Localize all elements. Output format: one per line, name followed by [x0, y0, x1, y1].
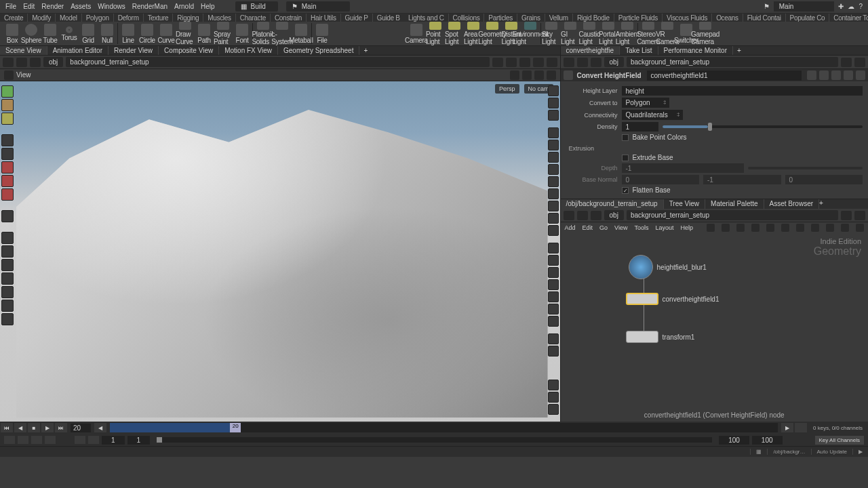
tool-gamepadcam[interactable]: Gamepad Camera — [696, 22, 715, 45]
r15-icon[interactable] — [548, 304, 559, 314]
tab-sceneview[interactable]: Scene View — [0, 46, 47, 55]
multi-tool-icon[interactable] — [1, 272, 14, 285]
r19-icon[interactable] — [548, 380, 559, 390]
tool-line[interactable]: Line — [119, 22, 138, 45]
red1-tool-icon[interactable] — [1, 161, 14, 174]
shelf-tab[interactable]: Deform — [114, 14, 144, 22]
r18-icon[interactable] — [548, 346, 559, 357]
point-tool-icon[interactable] — [1, 245, 14, 258]
r20-icon[interactable] — [548, 392, 559, 403]
tool-ambientlight[interactable]: Ambient Light — [618, 22, 637, 45]
shelf-tab[interactable]: Rigid Bodie — [573, 14, 614, 22]
node-convertheightfield[interactable]: convertheightfield1 — [626, 293, 719, 305]
node-heightfield-blur[interactable]: heightfield_blur1 — [629, 255, 707, 279]
net-menu-edit[interactable]: Edit — [583, 224, 593, 231]
net-menu-add[interactable]: Add — [565, 224, 576, 231]
r9-icon[interactable] — [548, 225, 559, 236]
shelf-tab[interactable]: Vellum — [545, 14, 573, 22]
tool-font[interactable]: Font — [233, 22, 252, 45]
menu-renderman[interactable]: RenderMan — [132, 3, 167, 10]
shelf-tab[interactable]: Texture — [144, 14, 174, 22]
play-prev-icon[interactable]: ◀ — [14, 423, 26, 432]
handle-icon[interactable] — [510, 70, 519, 80]
net-tab-treeview[interactable]: Tree View — [664, 199, 705, 209]
tool-camera[interactable]: Camera — [407, 22, 426, 45]
viewport-3d[interactable]: Persp No cam — [0, 81, 560, 422]
tool-pointlight[interactable]: Point Light — [426, 22, 445, 45]
play-last-icon[interactable]: ⏭ — [55, 423, 67, 432]
desktop-selector[interactable]: ▦Build — [235, 1, 278, 12]
node-transform[interactable]: transform1 — [626, 331, 695, 343]
tool-null[interactable]: Null — [98, 22, 117, 45]
nav-fwd-icon[interactable] — [577, 211, 588, 220]
net-menu-go[interactable]: Go — [599, 224, 608, 231]
net-icon[interactable] — [856, 224, 864, 232]
crumb-obj[interactable]: obj — [43, 57, 63, 67]
add-tab-icon[interactable]: + — [819, 199, 823, 209]
status-autoupdate[interactable]: Auto Update — [811, 449, 852, 455]
current-frame-field[interactable]: 20 — [71, 424, 91, 432]
realtime-icon[interactable] — [45, 436, 56, 444]
r3-icon[interactable] — [548, 152, 559, 163]
net-icon[interactable] — [751, 224, 760, 232]
shelf-tab[interactable]: Polygon — [82, 14, 114, 22]
menu-assets[interactable]: Assets — [71, 3, 91, 10]
path-field[interactable]: background_terrain_setup — [627, 210, 838, 220]
main-take-left[interactable]: ⚑Main — [286, 1, 351, 12]
shelf-tab[interactable]: Guide B — [373, 14, 404, 22]
net-icon[interactable] — [766, 224, 774, 232]
shelf-tab[interactable]: Collisions — [449, 14, 485, 22]
tab-compositeview[interactable]: Composite View — [159, 46, 219, 55]
ghost-icon[interactable] — [548, 110, 559, 121]
shelf-tab[interactable]: Hair Utils — [307, 14, 341, 22]
range-end-field[interactable]: 100 — [719, 436, 749, 445]
r8-icon[interactable] — [548, 213, 559, 224]
menu-windows[interactable]: Windows — [98, 3, 125, 10]
autokey-icon[interactable] — [4, 436, 15, 444]
nav-home-icon[interactable] — [591, 58, 601, 67]
net-menu-layout[interactable]: Layout — [655, 224, 673, 231]
nav-back-icon[interactable] — [3, 58, 14, 67]
nav-fwd-icon[interactable] — [577, 58, 588, 67]
shelf-tab[interactable]: Rigging — [173, 14, 203, 22]
key-next-icon[interactable]: ▶ — [781, 423, 793, 432]
disp-opt-icon[interactable] — [548, 85, 559, 96]
red3-tool-icon[interactable] — [1, 188, 14, 201]
field-bn2[interactable]: 0 — [785, 175, 863, 184]
tool-grid[interactable]: Grid — [79, 22, 98, 45]
r1-icon[interactable] — [548, 127, 559, 138]
camera-persp-dropdown[interactable]: Persp — [495, 84, 519, 94]
net-icon[interactable] — [796, 224, 804, 232]
construct-tool-icon[interactable] — [1, 113, 14, 125]
net-icon[interactable] — [826, 224, 834, 232]
red2-tool-icon[interactable] — [1, 175, 14, 187]
tab-param[interactable]: convertheightfie — [561, 46, 620, 55]
handle3-icon[interactable] — [534, 70, 544, 80]
tool-gilight[interactable]: GI Light — [561, 22, 580, 45]
net-icon[interactable] — [811, 224, 819, 232]
view-menu-icon[interactable] — [4, 70, 14, 80]
tab-motionfx[interactable]: Motion FX View — [219, 46, 278, 55]
tool-spotlight[interactable]: Spot Light — [445, 22, 464, 45]
menu-edit[interactable]: Edit — [23, 3, 35, 10]
field-density[interactable]: 1 — [622, 122, 658, 131]
focus-icon[interactable] — [819, 70, 829, 80]
opt1-icon[interactable] — [519, 58, 530, 67]
range-slider[interactable] — [157, 437, 712, 443]
network-view[interactable]: Indie Edition Geometry heightfield_blur1… — [561, 233, 868, 422]
r21-icon[interactable] — [548, 404, 559, 415]
dropdown-convertto[interactable]: Polygon — [622, 98, 669, 108]
tool-box[interactable]: Box — [3, 22, 22, 45]
path-field[interactable]: background_terrain_setup — [627, 57, 838, 67]
search-icon[interactable] — [841, 224, 849, 232]
menu-arnold[interactable]: Arnold — [174, 3, 194, 10]
r5-icon[interactable] — [548, 176, 559, 187]
info-icon[interactable] — [844, 70, 853, 80]
tool-file[interactable]: File — [313, 22, 332, 45]
shelf-tab[interactable]: Constrain — [271, 14, 307, 22]
add-tab-icon[interactable]: + — [359, 46, 372, 55]
tool-causticlight[interactable]: Caustic Light — [580, 22, 599, 45]
select-tool-icon[interactable] — [1, 85, 14, 98]
pin-icon[interactable] — [492, 58, 503, 67]
nav-back-icon[interactable] — [564, 211, 574, 220]
